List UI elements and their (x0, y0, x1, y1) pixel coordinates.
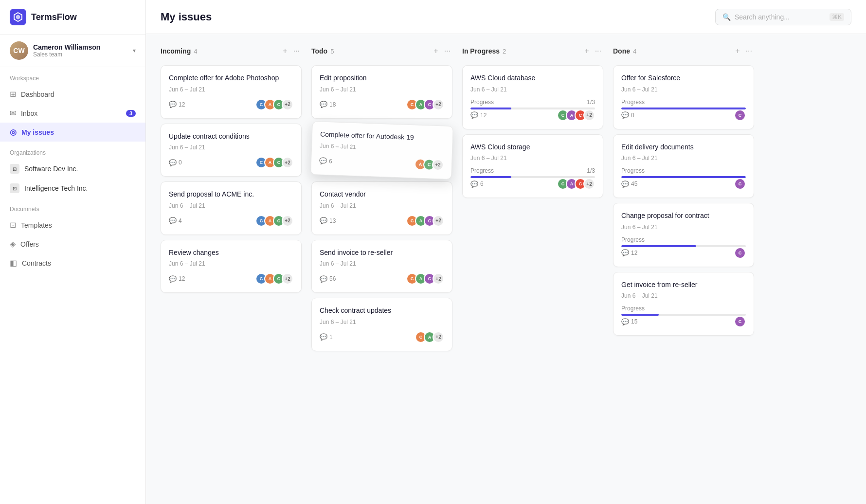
card-date: Jun 6 – Jul 21 (320, 260, 444, 267)
task-card[interactable]: Send invoice to re-seller Jun 6 – Jul 21… (311, 240, 452, 293)
my-issues-icon: ◎ (10, 127, 17, 137)
card-date: Jun 6 – Jul 21 (320, 202, 444, 209)
task-card[interactable]: Send proposal to ACME inc. Jun 6 – Jul 2… (161, 181, 302, 235)
column-menu-button[interactable]: ··· (593, 46, 603, 56)
task-card[interactable]: Edit delivery documents Jun 6 – Jul 21 P… (613, 134, 754, 198)
page-title: My issues (161, 11, 212, 23)
sidebar-item-contracts[interactable]: ◧ Contracts (0, 253, 145, 272)
column-count: 4 (194, 48, 197, 55)
task-card[interactable]: Check contract updates Jun 6 – Jul 21 💬 … (311, 298, 452, 351)
card-comments: 💬 13 (320, 217, 336, 224)
column-menu-button[interactable]: ··· (291, 46, 302, 56)
task-card[interactable]: AWS Cloud storage Jun 6 – Jul 21 Progres… (462, 134, 603, 198)
task-card[interactable]: Change proposal for contract Jun 6 – Jul… (613, 203, 754, 267)
chevron-down-icon: ▾ (133, 47, 136, 54)
card-date: Jun 6 – Jul 21 (621, 292, 746, 299)
column-menu-button[interactable]: ··· (442, 46, 452, 56)
comment-icon: 💬 (470, 180, 478, 188)
add-card-button[interactable]: + (281, 46, 289, 56)
add-card-button[interactable]: + (733, 46, 741, 56)
card-comments: 💬 12 (621, 249, 637, 256)
card-title: Contact vendor (320, 190, 444, 199)
card-date: Jun 6 – Jul 21 (621, 86, 746, 93)
comment-count: 12 (179, 101, 185, 108)
comment-count: 12 (480, 112, 487, 119)
task-card[interactable]: Complete offer for Autodesk 19 Jun 6 – J… (310, 121, 453, 180)
comment-icon: 💬 (320, 217, 327, 224)
user-profile[interactable]: CW Cameron Williamson Sales team ▾ (0, 35, 145, 67)
card-title: AWS Cloud storage (470, 143, 595, 152)
progress-label: Progress (470, 99, 494, 106)
column-menu-button[interactable]: ··· (744, 46, 754, 56)
main-header: My issues 🔍 Search anything... ⌘K (146, 0, 866, 34)
dashboard-icon: ⊞ (10, 90, 16, 99)
add-card-button[interactable]: + (582, 46, 591, 56)
add-card-button[interactable]: + (432, 46, 440, 56)
column-done: Done 4 + ··· Offer for Salesforce Jun 6 … (613, 44, 754, 494)
task-card[interactable]: AWS Cloud database Jun 6 – Jul 21 Progre… (462, 65, 603, 129)
avatar: CW (10, 41, 28, 60)
card-title: Change proposal for contract (621, 211, 746, 221)
avatar-more: +2 (282, 157, 293, 168)
task-card[interactable]: Complete offer for Adobe Photoshop Jun 6… (161, 65, 302, 119)
card-comments: 💬 12 (470, 111, 487, 119)
avatar: C (734, 316, 746, 327)
org-label: Software Dev Inc. (24, 165, 78, 173)
app-name: TermsFlow (31, 12, 77, 22)
card-avatars: CAC+2 (255, 99, 293, 110)
sidebar-item-label: Dashboard (21, 90, 54, 98)
column-count: 4 (633, 48, 636, 55)
sidebar-item-my-issues[interactable]: ◎ My issues (0, 123, 145, 142)
card-title: Check contract updates (320, 306, 444, 316)
avatar-more: +2 (282, 215, 293, 227)
card-title: Edit delivery documents (621, 143, 746, 152)
inbox-badge: 3 (126, 110, 136, 117)
card-date: Jun 6 – Jul 21 (169, 202, 293, 209)
sidebar-item-inbox[interactable]: ✉ Inbox 3 (0, 104, 145, 123)
sidebar-item-offers[interactable]: ◈ Offers (0, 234, 145, 253)
task-card[interactable]: Offer for Salesforce Jun 6 – Jul 21 Prog… (613, 65, 754, 129)
sidebar-item-intelligence-tech[interactable]: ⊡ Intelligence Tech Inc. (0, 179, 145, 198)
task-card[interactable]: Edit proposition Jun 6 – Jul 21 💬 18 CAC… (311, 65, 452, 119)
sidebar-item-label: Contracts (22, 259, 51, 267)
progress-ratio: 1/3 (587, 167, 595, 174)
avatar-more: +2 (583, 178, 595, 190)
sidebar-item-dashboard[interactable]: ⊞ Dashboard (0, 85, 145, 104)
task-card[interactable]: Contact vendor Jun 6 – Jul 21 💬 13 CAC+2 (311, 181, 452, 235)
progress-section: Progress (621, 99, 746, 109)
sidebar-item-templates[interactable]: ⊡ Templates (0, 216, 145, 234)
card-title: Complete offer for Autodesk 19 (320, 129, 445, 144)
user-name: Cameron Williamson (33, 43, 128, 51)
task-card[interactable]: Get invoice from re-seller Jun 6 – Jul 2… (613, 272, 754, 336)
progress-label: Progress (621, 167, 645, 174)
main-content: My issues 🔍 Search anything... ⌘K Incomi… (146, 0, 866, 504)
card-avatars: AC+2 (415, 158, 444, 171)
progress-label: Progress (621, 99, 645, 106)
card-title: Complete offer for Adobe Photoshop (169, 73, 293, 83)
comment-count: 15 (631, 318, 637, 325)
card-comments: 💬 0 (169, 159, 182, 166)
search-bar[interactable]: 🔍 Search anything... ⌘K (715, 9, 851, 25)
column-title: Incoming (161, 47, 191, 55)
progress-label: Progress (621, 236, 645, 243)
comment-count: 1 (329, 334, 333, 341)
card-avatars: CAC+2 (557, 109, 595, 121)
progress-section: Progress (621, 236, 746, 247)
column-title: Done (613, 47, 630, 55)
org-label: Intelligence Tech Inc. (24, 184, 88, 192)
avatar-more: +2 (282, 273, 293, 285)
task-card[interactable]: Review changes Jun 6 – Jul 21 💬 12 CAC+2 (161, 240, 302, 293)
progress-section: Progress 1/3 (470, 167, 595, 178)
logo-icon (10, 9, 26, 25)
search-placeholder: Search anything... (735, 13, 826, 21)
task-card[interactable]: Update contract conditions Jun 6 – Jul 2… (161, 124, 302, 177)
sidebar-item-label: Inbox (21, 109, 37, 117)
card-avatars: CAC+2 (255, 157, 293, 168)
sidebar-item-software-dev[interactable]: ⊡ Software Dev Inc. (0, 159, 145, 179)
comment-count: 56 (329, 275, 336, 282)
sidebar-item-label: Offers (20, 240, 39, 248)
sidebar-item-label: Templates (21, 221, 52, 229)
offers-icon: ◈ (10, 239, 16, 249)
column-actions: + ··· (281, 46, 302, 56)
app-logo: TermsFlow (0, 0, 145, 35)
